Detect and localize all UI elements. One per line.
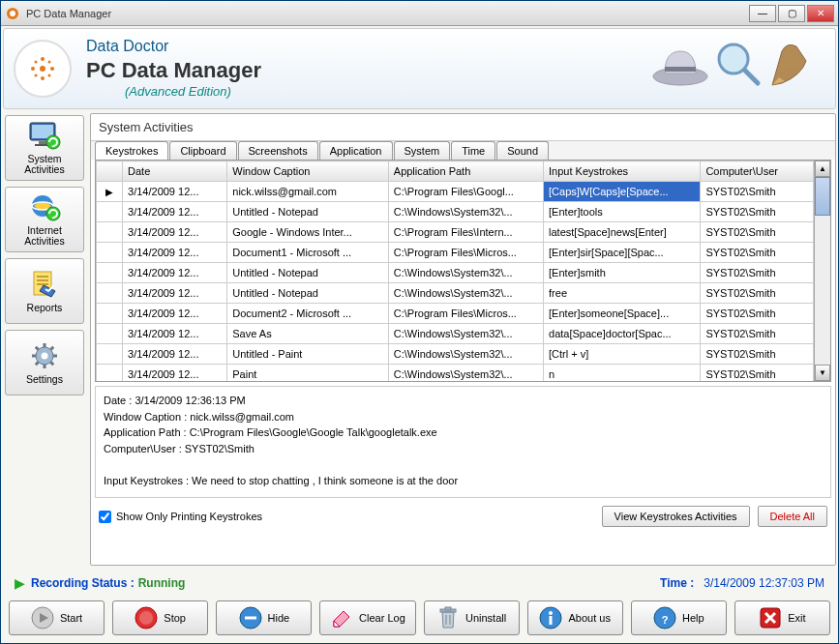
minimize-button[interactable]: —	[749, 5, 776, 22]
close-button[interactable]: ✕	[807, 5, 834, 22]
table-cell[interactable]: 3/14/2009 12...	[123, 304, 227, 324]
table-cell[interactable]: SYST02\Smith	[701, 182, 814, 202]
tab-screenshots[interactable]: Screenshots	[238, 141, 318, 160]
table-cell[interactable]	[97, 304, 123, 324]
table-cell[interactable]	[97, 344, 123, 365]
table-cell[interactable]: SYST02\Smith	[701, 222, 814, 243]
tab-application[interactable]: Application	[319, 141, 393, 160]
sidebar-internet-activities[interactable]: Internet Activities	[5, 187, 84, 252]
view-activities-button[interactable]: View Keystrokes Activities	[602, 506, 750, 527]
table-cell[interactable]: 3/14/2009 12...	[123, 365, 227, 382]
table-cell[interactable]: 3/14/2009 12...	[123, 202, 227, 222]
table-cell[interactable]: C:\Windows\System32\...	[388, 324, 543, 344]
table-cell[interactable]: SYST02\Smith	[701, 243, 814, 263]
table-cell[interactable]	[97, 263, 123, 283]
table-cell[interactable]: [Caps]W[Caps]e[Space...	[544, 182, 701, 202]
scroll-down-button[interactable]: ▼	[815, 365, 830, 381]
table-cell[interactable]: C:\Program Files\Micros...	[388, 243, 543, 263]
table-cell[interactable]: data[Space]doctor[Spac...	[544, 324, 701, 344]
help-button[interactable]: ?Help	[631, 600, 727, 635]
table-cell[interactable]: Google - Windows Inter...	[227, 222, 389, 243]
table-cell[interactable]: Untitled - Paint	[227, 344, 389, 365]
table-cell[interactable]: Untitled - Notepad	[227, 202, 389, 222]
table-cell[interactable]: nick.wilss@gmail.com	[227, 182, 389, 202]
table-cell[interactable]: Save As	[227, 324, 389, 344]
sidebar-settings[interactable]: Settings	[5, 330, 84, 395]
table-cell[interactable]: SYST02\Smith	[701, 304, 814, 324]
table-cell[interactable]: SYST02\Smith	[701, 202, 814, 222]
table-cell[interactable]	[97, 365, 123, 382]
table-cell[interactable]: C:\Windows\System32\...	[388, 344, 543, 365]
table-cell[interactable]: [Enter]tools	[544, 202, 701, 222]
table-cell[interactable]: C:\Windows\System32\...	[388, 365, 543, 382]
table-cell[interactable]: C:\Program Files\Intern...	[388, 222, 543, 243]
column-header[interactable]: Application Path	[388, 161, 543, 182]
table-cell[interactable]: [Ctrl + v]	[544, 344, 701, 365]
table-cell[interactable]: n	[544, 365, 701, 382]
start-button[interactable]: Start	[9, 600, 105, 635]
table-cell[interactable]: Untitled - Notepad	[227, 283, 389, 304]
table-row[interactable]: 3/14/2009 12...Document1 - Microsoft ...…	[97, 243, 814, 263]
table-row[interactable]: 3/14/2009 12...Untitled - NotepadC:\Wind…	[97, 202, 814, 222]
table-cell[interactable]: [Enter]sir[Space][Spac...	[544, 243, 701, 263]
table-row[interactable]: 3/14/2009 12...Save AsC:\Windows\System3…	[97, 324, 814, 344]
table-cell[interactable]: Document1 - Microsoft ...	[227, 243, 389, 263]
sidebar-reports[interactable]: Reports	[5, 258, 84, 324]
maximize-button[interactable]: ▢	[778, 5, 805, 22]
scroll-track[interactable]	[815, 177, 830, 365]
table-row[interactable]: 3/14/2009 12...Untitled - NotepadC:\Wind…	[97, 283, 814, 304]
table-row[interactable]: 3/14/2009 12...Document2 - Microsoft ...…	[97, 304, 814, 324]
scroll-up-button[interactable]: ▲	[815, 161, 830, 177]
column-header[interactable]: Window Caption	[227, 161, 389, 182]
table-cell[interactable]: 3/14/2009 12...	[123, 263, 227, 283]
table-cell[interactable]: 3/14/2009 12...	[123, 243, 227, 263]
table-cell[interactable]: C:\Windows\System32\...	[388, 202, 543, 222]
scroll-thumb[interactable]	[815, 177, 830, 216]
table-cell[interactable]: 3/14/2009 12...	[123, 182, 227, 202]
column-header[interactable]	[97, 161, 123, 182]
table-cell[interactable]: C:\Windows\System32\...	[388, 263, 543, 283]
show-printing-checkbox-wrap[interactable]: Show Only Printing Keystrokes	[99, 511, 262, 523]
hide-button[interactable]: Hide	[216, 600, 312, 635]
table-cell[interactable]: 3/14/2009 12...	[123, 344, 227, 365]
table-cell[interactable]: SYST02\Smith	[701, 283, 814, 304]
table-cell[interactable]: 3/14/2009 12...	[123, 283, 227, 304]
uninstall-button[interactable]: Uninstall	[424, 600, 520, 635]
table-cell[interactable]: Paint	[227, 365, 389, 382]
column-header[interactable]: Input Keystrokes	[544, 161, 701, 182]
table-row[interactable]: 3/14/2009 12...PaintC:\Windows\System32\…	[97, 365, 814, 382]
tab-time[interactable]: Time	[451, 141, 495, 160]
show-printing-checkbox[interactable]	[99, 511, 111, 523]
table-cell[interactable]: ▶	[97, 182, 123, 202]
table-cell[interactable]: C:\Program Files\Micros...	[388, 304, 543, 324]
titlebar[interactable]: PC Data Manager — ▢ ✕	[1, 1, 838, 26]
table-row[interactable]: 3/14/2009 12...Google - Windows Inter...…	[97, 222, 814, 243]
tab-keystrokes[interactable]: Keystrokes	[95, 141, 168, 160]
table-cell[interactable]: [Enter]smith	[544, 263, 701, 283]
table-cell[interactable]: free	[544, 283, 701, 304]
column-header[interactable]: Date	[123, 161, 227, 182]
table-cell[interactable]	[97, 202, 123, 222]
clearlog-button[interactable]: Clear Log	[319, 600, 415, 635]
table-cell[interactable]: [Enter]someone[Space]...	[544, 304, 701, 324]
tab-sound[interactable]: Sound	[496, 141, 549, 160]
table-cell[interactable]	[97, 324, 123, 344]
table-cell[interactable]: SYST02\Smith	[701, 344, 814, 365]
table-cell[interactable]: latest[Space]news[Enter]	[544, 222, 701, 243]
table-cell[interactable]: SYST02\Smith	[701, 324, 814, 344]
table-cell[interactable]: Untitled - Notepad	[227, 263, 389, 283]
table-cell[interactable]	[97, 222, 123, 243]
table-cell[interactable]	[97, 283, 123, 304]
tab-system[interactable]: System	[394, 141, 451, 160]
stop-button[interactable]: Stop	[112, 600, 208, 635]
aboutus-button[interactable]: About us	[527, 600, 623, 635]
sidebar-system-activities[interactable]: System Activities	[5, 115, 84, 181]
table-cell[interactable]: Document2 - Microsoft ...	[227, 304, 389, 324]
table-cell[interactable]: SYST02\Smith	[701, 263, 814, 283]
tab-clipboard[interactable]: Clipboard	[169, 141, 236, 160]
column-header[interactable]: Computer\User	[701, 161, 814, 182]
table-cell[interactable]: SYST02\Smith	[701, 365, 814, 382]
table-row[interactable]: 3/14/2009 12...Untitled - PaintC:\Window…	[97, 344, 814, 365]
table-row[interactable]: ▶3/14/2009 12...nick.wilss@gmail.comC:\P…	[97, 182, 814, 202]
table-cell[interactable]: 3/14/2009 12...	[123, 324, 227, 344]
